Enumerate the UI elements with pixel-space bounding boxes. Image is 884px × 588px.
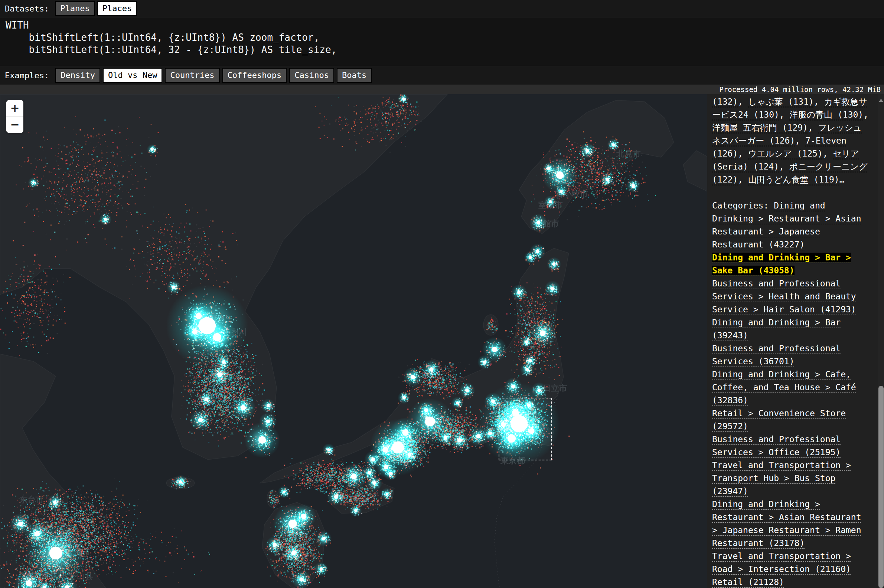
- category-item[interactable]: Travel and Transportation > Transport Hu…: [712, 460, 851, 496]
- map-canvas[interactable]: [0, 94, 707, 588]
- example-button-coffeeshops[interactable]: Coffeeshops: [223, 68, 287, 83]
- category-item[interactable]: Dining and Drinking > Bar (39243): [712, 318, 840, 340]
- map-zoom-control: + −: [6, 100, 23, 133]
- example-button-density[interactable]: Density: [55, 68, 100, 83]
- datasets-bar: Datasets: Planes Places: [0, 0, 884, 17]
- category-item[interactable]: Business and Professional Services > Off…: [712, 434, 840, 457]
- category-item[interactable]: Dining and Drinking > Cafe, Coffee, and …: [712, 369, 856, 405]
- status-bar: Processed 4.04 million rows, 42.32 MiB: [0, 85, 884, 94]
- zoom-in-button[interactable]: +: [6, 100, 23, 117]
- sidebar-brands: (132), しゃぶ葉 (131), カギ救急サービス24 (130), 洋服の…: [712, 95, 869, 186]
- category-item[interactable]: Dining and Drinking > Restaurant > Asian…: [712, 500, 861, 548]
- sql-line-3: bitShiftLeft(1::UInt64, 32 - {z:UInt8}) …: [6, 44, 884, 56]
- brand-item[interactable]: 洋服の青山 (130): [790, 110, 864, 120]
- sidebar[interactable]: (132), しゃぶ葉 (131), カギ救急サービス24 (130), 洋服の…: [707, 94, 878, 588]
- sql-line-2: bitShiftLeft(1::UInt64, {z:UInt8}) AS zo…: [6, 32, 884, 44]
- sidebar-scrollbar[interactable]: [878, 94, 884, 588]
- main-area: + − (132), しゃぶ葉 (131), カギ救急サービス24 (130),…: [0, 94, 884, 588]
- zoom-out-button[interactable]: −: [6, 117, 23, 133]
- brand-item[interactable]: ウエルシア (125): [748, 149, 823, 158]
- example-button-countries[interactable]: Countries: [165, 68, 219, 83]
- brand-item[interactable]: 山田うどん食堂 (119): [748, 175, 839, 184]
- category-item[interactable]: Travel and Transportation > Road > Inter…: [712, 551, 851, 574]
- examples-label: Examples:: [5, 71, 49, 80]
- categories-label: Categories:: [712, 201, 774, 210]
- scroll-thumb[interactable]: [878, 386, 884, 588]
- dataset-button-planes[interactable]: Planes: [55, 1, 95, 16]
- sql-line-1: WITH: [6, 19, 884, 32]
- example-button-casinos[interactable]: Casinos: [289, 68, 334, 83]
- dataset-button-places[interactable]: Places: [97, 1, 137, 16]
- example-button-boats[interactable]: Boats: [337, 68, 371, 83]
- category-item[interactable]: Retail > Convenience Store (29572): [712, 408, 846, 431]
- brand-item[interactable]: 洋麺屋 五右衛門 (129): [712, 123, 808, 132]
- sql-editor[interactable]: WITH bitShiftLeft(1::UInt64, {z:UInt8}) …: [0, 17, 884, 66]
- category-item-highlighted[interactable]: Dining and Drinking > Bar > Sake Bar (43…: [712, 253, 851, 275]
- brand-item[interactable]: しゃぶ葉 (131): [748, 97, 814, 106]
- status-text: Processed 4.04 million rows, 42.32 MiB: [719, 86, 881, 93]
- selection-box[interactable]: [499, 398, 552, 460]
- example-button-old-vs-new[interactable]: Old vs New: [103, 68, 162, 83]
- examples-bar: Examples: Density Old vs New Countries C…: [0, 66, 884, 85]
- sidebar-categories: Categories: Dining and Drinking > Restau…: [712, 199, 869, 588]
- map[interactable]: + −: [0, 94, 707, 588]
- category-item[interactable]: Retail (21128): [712, 577, 784, 587]
- category-item[interactable]: Business and Professional Services > Hea…: [712, 279, 856, 314]
- brand-item[interactable]: (132): [712, 97, 738, 106]
- category-item[interactable]: Business and Professional Services (3670…: [712, 344, 840, 366]
- datasets-label: Datasets:: [5, 4, 49, 14]
- app-root: Datasets: Planes Places WITH bitShiftLef…: [0, 0, 884, 588]
- scroll-up-arrow[interactable]: [879, 99, 883, 102]
